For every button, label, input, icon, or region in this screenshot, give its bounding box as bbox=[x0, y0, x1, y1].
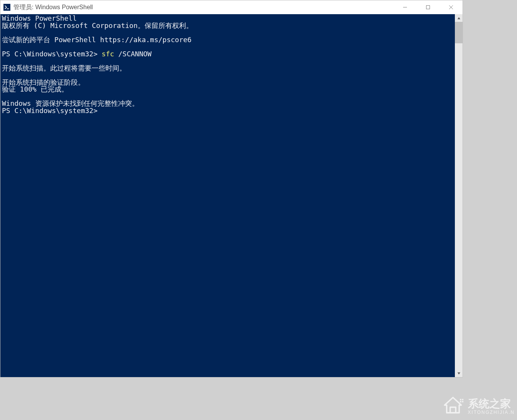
prompt-text: PS C:\Windows\system32> bbox=[2, 107, 97, 115]
window-title: 管理员: Windows PowerShell bbox=[13, 3, 394, 11]
powershell-icon bbox=[3, 4, 10, 11]
vertical-scrollbar[interactable] bbox=[455, 14, 463, 377]
watermark-text: 系统之家 XITONGZHIJIA.N bbox=[468, 399, 515, 415]
watermark-main: 系统之家 bbox=[468, 399, 515, 409]
svg-rect-2 bbox=[426, 6, 430, 9]
command-text: sfc bbox=[102, 50, 118, 58]
scroll-up-button[interactable] bbox=[455, 14, 463, 22]
maximize-button[interactable] bbox=[417, 0, 440, 14]
minimize-button[interactable] bbox=[394, 0, 417, 14]
output-line: 开始系统扫描。此过程将需要一些时间。 bbox=[2, 64, 126, 72]
watermark-sub: XITONGZHIJIA.N bbox=[468, 410, 515, 415]
prompt-text: PS C:\Windows\system32> bbox=[2, 50, 102, 58]
house-icon bbox=[442, 395, 464, 418]
svg-rect-6 bbox=[462, 399, 463, 400]
console-output[interactable]: Windows PowerShell 版权所有 (C) Microsoft Co… bbox=[0, 14, 455, 377]
scroll-down-button[interactable] bbox=[455, 369, 463, 377]
output-line: 版权所有 (C) Microsoft Corporation。保留所有权利。 bbox=[2, 21, 193, 30]
scroll-thumb[interactable] bbox=[455, 22, 463, 43]
console-area: Windows PowerShell 版权所有 (C) Microsoft Co… bbox=[0, 14, 463, 377]
powershell-window: 管理员: Windows PowerShell Windows PowerShe… bbox=[0, 0, 463, 377]
titlebar[interactable]: 管理员: Windows PowerShell bbox=[0, 0, 463, 14]
svg-rect-5 bbox=[460, 399, 461, 400]
svg-rect-7 bbox=[460, 401, 461, 402]
output-line: 验证 100% 已完成。 bbox=[2, 85, 68, 93]
svg-rect-8 bbox=[462, 401, 463, 402]
watermark: 系统之家 XITONGZHIJIA.N bbox=[402, 393, 517, 420]
close-button[interactable] bbox=[440, 0, 463, 14]
command-arg: /SCANNOW bbox=[118, 50, 151, 58]
output-line: 尝试新的跨平台 PowerShell https://aka.ms/pscore… bbox=[2, 36, 191, 44]
window-controls bbox=[394, 0, 463, 14]
